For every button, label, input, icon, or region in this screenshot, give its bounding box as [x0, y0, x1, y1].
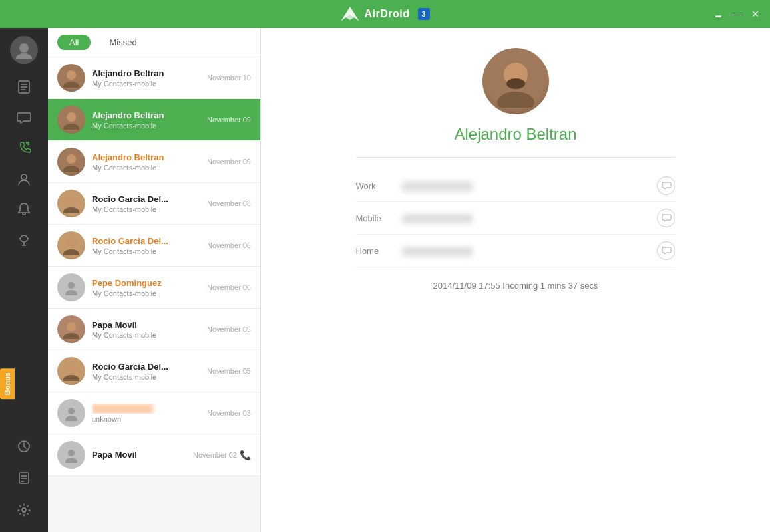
svg-point-22: [67, 154, 76, 164]
svg-point-25: [63, 207, 79, 213]
maximize-button[interactable]: —: [730, 7, 743, 21]
call-info: Rocio Garcia Del...My Contacts-mobile: [92, 362, 203, 381]
field-value: ██████████: [403, 181, 657, 191]
call-list-item[interactable]: Rocio Garcia Del...My Contacts-mobileNov…: [48, 183, 260, 225]
call-name: Papa Movil: [92, 450, 189, 460]
call-list-item[interactable]: Rocio Garcia Del...My Contacts-mobileNov…: [48, 225, 260, 267]
main-layout: Bonus All Missed Alejandro BeltranMy Con…: [0, 28, 770, 532]
call-list-item[interactable]: Alejandro BeltranMy Contacts-mobileNovem…: [48, 57, 260, 99]
close-button[interactable]: ✕: [749, 7, 762, 21]
call-name: Alejandro Beltran: [92, 152, 203, 162]
call-list-item[interactable]: Alejandro BeltranMy Contacts-mobileNovem…: [48, 99, 260, 141]
call-avatar: [57, 273, 85, 301]
chat-icon[interactable]: [657, 241, 675, 260]
airdroid-logo-icon: [341, 7, 359, 21]
svg-point-17: [22, 508, 26, 512]
call-sub: My Contacts-mobile: [92, 331, 203, 339]
call-name: Pepe Dominguez: [92, 278, 203, 288]
svg-point-8: [21, 174, 27, 180]
field-label: Work: [356, 181, 403, 191]
sidebar-item-notes[interactable]: [10, 464, 38, 492]
field-value: ██████████: [403, 213, 657, 223]
svg-point-35: [65, 416, 77, 421]
sidebar-item-contacts[interactable]: [10, 165, 38, 193]
svg-point-37: [65, 458, 77, 463]
call-list: Alejandro BeltranMy Contacts-mobileNovem…: [48, 57, 260, 532]
svg-point-39: [497, 92, 534, 108]
svg-point-29: [65, 290, 77, 295]
detail-panel: Alejandro Beltran Work██████████Mobile██…: [261, 28, 770, 532]
call-date: November 06: [207, 283, 251, 291]
contact-field-row: Work██████████: [356, 170, 675, 202]
sidebar-item-messages[interactable]: [10, 104, 38, 132]
contact-name: Alejandro Beltran: [454, 125, 576, 144]
app-logo: AirDroid 3: [341, 7, 430, 21]
call-sub: My Contacts-mobile: [92, 80, 203, 88]
call-list-panel: All Missed Alejandro BeltranMy Contacts-…: [48, 28, 261, 532]
call-date: November 10: [207, 74, 251, 82]
call-sub: My Contacts-mobile: [92, 289, 203, 297]
call-info: Alejandro BeltranMy Contacts-mobile: [92, 110, 203, 130]
sidebar-item-finder[interactable]: [10, 226, 38, 254]
sidebar-item-files[interactable]: [10, 73, 38, 101]
svg-point-40: [506, 78, 525, 89]
bonus-button[interactable]: Bonus: [0, 368, 15, 399]
contact-fields: Work██████████Mobile██████████Home██████…: [356, 170, 675, 267]
contact-field-row: Home██████████: [356, 235, 675, 267]
call-date: November 08: [207, 241, 251, 249]
call-avatar: [57, 106, 85, 134]
filter-all-button[interactable]: All: [57, 35, 91, 50]
contact-field-row: Mobile██████████: [356, 202, 675, 235]
app-title: AirDroid: [365, 8, 410, 20]
call-log-entry: 2014/11/09 17:55 Incoming 1 mins 37 secs: [433, 281, 598, 291]
call-info: Papa Movil: [92, 450, 189, 461]
call-date: November 05: [207, 367, 251, 375]
call-name: Papa Movil: [92, 320, 203, 330]
sidebar-item-settings[interactable]: [10, 496, 38, 524]
filter-missed-button[interactable]: Missed: [97, 35, 148, 50]
svg-point-20: [67, 112, 76, 122]
call-date: November 02: [193, 451, 237, 459]
call-type-icon: 📞: [240, 450, 251, 460]
call-avatar: [57, 441, 85, 469]
call-sub: My Contacts-mobile: [92, 205, 203, 213]
sidebar: Bonus: [0, 28, 48, 532]
user-avatar[interactable]: [10, 36, 38, 64]
minimize-button[interactable]: 🗕: [711, 7, 725, 21]
call-list-item[interactable]: Papa MovilMy Contacts-mobileNovember 05: [48, 309, 260, 350]
chat-icon[interactable]: [657, 176, 675, 195]
chat-icon[interactable]: [657, 209, 675, 227]
call-list-item[interactable]: Rocio Garcia Del...My Contacts-mobileNov…: [48, 350, 260, 392]
svg-point-31: [63, 333, 79, 339]
svg-point-36: [68, 450, 75, 456]
call-info: Rocio Garcia Del...My Contacts-mobile: [92, 236, 203, 255]
sidebar-item-notifications[interactable]: [10, 196, 38, 223]
app-badge: 3: [418, 8, 430, 20]
call-sub: unknown: [92, 415, 203, 423]
call-date: November 09: [207, 158, 251, 166]
call-name: Rocio Garcia Del...: [92, 194, 203, 204]
call-name: ██████████: [92, 404, 203, 414]
call-list-item[interactable]: ██████████unknownNovember 03: [48, 392, 260, 434]
svg-point-9: [21, 235, 27, 242]
call-name: Alejandro Beltran: [92, 68, 203, 78]
svg-point-23: [63, 166, 79, 172]
call-sub: My Contacts-mobile: [92, 247, 203, 255]
call-info: Rocio Garcia Del...My Contacts-mobile: [92, 194, 203, 213]
svg-point-24: [67, 196, 76, 205]
svg-point-33: [63, 375, 79, 381]
call-date: November 09: [207, 116, 251, 124]
call-list-item[interactable]: Alejandro BeltranMy Contacts-mobileNovem…: [48, 141, 260, 183]
call-name: Rocio Garcia Del...: [92, 362, 203, 372]
field-label: Home: [356, 246, 403, 256]
call-sub: My Contacts-mobile: [92, 164, 203, 172]
call-info: Alejandro BeltranMy Contacts-mobile: [92, 68, 203, 88]
titlebar: AirDroid 3 🗕 — ✕: [0, 0, 770, 28]
sidebar-item-history[interactable]: [10, 432, 38, 460]
sidebar-item-calls[interactable]: [10, 134, 38, 162]
call-info: Alejandro BeltranMy Contacts-mobile: [92, 152, 203, 172]
call-avatar: [57, 231, 85, 259]
call-list-item[interactable]: Pepe DominguezMy Contacts-mobileNovember…: [48, 267, 260, 309]
call-list-item[interactable]: Papa MovilNovember 02📞: [48, 434, 260, 476]
svg-point-11: [27, 238, 29, 240]
